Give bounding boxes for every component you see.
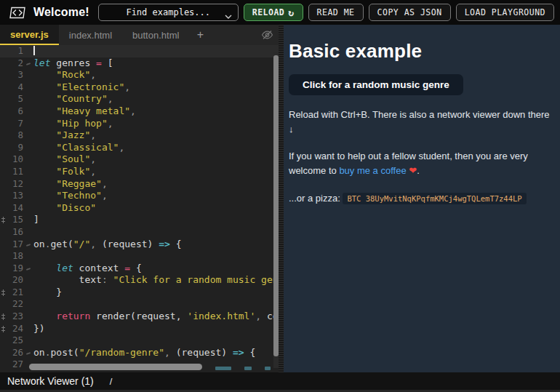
tab-button-html[interactable]: button.html [122, 25, 189, 45]
gutter-marker-slot [0, 335, 7, 347]
code-line[interactable]: 22 [0, 298, 279, 311]
code-line[interactable]: 1 [0, 45, 279, 57]
gutter-marker-icon [0, 311, 7, 323]
code-text: "Country", [33, 93, 113, 105]
line-number: 17 [7, 239, 23, 251]
fold-toggle-icon[interactable] [23, 347, 33, 359]
gutter-marker-slot [0, 178, 7, 191]
code-line[interactable]: 17on.get("/", (request) => { [0, 239, 279, 251]
code-line[interactable]: 25 [0, 335, 279, 347]
add-tab-button[interactable]: + [189, 25, 211, 45]
find-examples-select[interactable]: Find examples... [98, 4, 239, 21]
code-text: "Electronic", [33, 81, 130, 94]
fold-slot [23, 45, 33, 57]
code-line[interactable]: 24}) [0, 323, 279, 335]
code-line[interactable]: 15] [0, 214, 279, 226]
fold-slot [23, 226, 33, 239]
line-number: 7 [7, 118, 23, 130]
fold-slot [23, 105, 33, 118]
line-number: 8 [7, 129, 23, 142]
vertical-scrollbar-track[interactable] [273, 52, 279, 368]
code-text: text: "Click for a random music genre" [33, 274, 279, 287]
code-line[interactable]: 12 "Reggae", [0, 178, 279, 191]
code-brackets-icon [9, 6, 26, 20]
code-line[interactable]: 26on.post("/random-genre", (request) => … [0, 347, 279, 359]
gutter-marker-slot [0, 81, 7, 94]
code-line[interactable]: 20 text: "Click for a random music genre… [0, 274, 279, 287]
vertical-scrollbar-thumb[interactable] [273, 55, 279, 356]
fold-slot [23, 287, 33, 299]
network-viewer-bar[interactable]: Network Viewer (1) / [0, 372, 560, 392]
tab-index-html[interactable]: index.html [59, 25, 122, 45]
code-editor[interactable]: 12let genres = [3 "Rock",4 "Electronic",… [0, 45, 279, 372]
fold-toggle-icon[interactable] [23, 263, 33, 275]
code-line[interactable]: 13 "Techno", [0, 190, 279, 202]
load-playground-button[interactable]: LOAD PLAYGROUND [456, 4, 554, 21]
code-line[interactable]: 19 let context = { [0, 263, 279, 275]
code-line[interactable]: 5 "Country", [0, 93, 279, 105]
code-line[interactable]: 9 "Classical", [0, 142, 279, 154]
line-number: 10 [7, 153, 23, 166]
fold-slot [23, 129, 33, 142]
line-number: 25 [7, 335, 23, 347]
code-line[interactable]: 23 return render(request, 'index.html', … [0, 311, 279, 323]
code-line[interactable]: 8 "Jazz", [0, 129, 279, 142]
fold-slot [23, 93, 33, 105]
code-line[interactable]: 2let genres = [ [0, 57, 279, 70]
reload-button[interactable]: RELOAD ↻ [244, 4, 303, 21]
gutter-marker-slot [0, 190, 7, 202]
support-text: If you want to help out a fellow student… [289, 149, 553, 178]
code-text: "Reggae", [33, 178, 108, 191]
pane-resize-handle[interactable] [279, 25, 284, 372]
code-line[interactable]: 6 "Heavy metal", [0, 105, 279, 118]
fold-toggle-icon[interactable] [23, 57, 33, 70]
code-lines: 12let genres = [3 "Rock",4 "Electronic",… [0, 45, 279, 371]
line-number: 1 [7, 45, 23, 57]
preview-heading: Basic example [289, 40, 553, 63]
code-line[interactable]: 16 [0, 226, 279, 239]
fold-slot [23, 274, 33, 287]
gutter-marker-icon [0, 287, 7, 299]
line-number: 21 [7, 287, 23, 299]
line-number: 20 [7, 274, 23, 287]
random-genre-button[interactable]: Click for a random music genre [289, 74, 463, 95]
code-line[interactable]: 11 "Folk", [0, 166, 279, 178]
code-line[interactable]: 7 "Hip hop", [0, 118, 279, 130]
gutter-marker-slot [0, 263, 7, 275]
gutter-marker-slot [0, 347, 7, 359]
gutter-marker-slot [0, 129, 7, 142]
gutter-marker-slot [0, 153, 7, 166]
code-line[interactable]: 10 "Soul", [0, 153, 279, 166]
code-line[interactable]: 21 } [0, 287, 279, 299]
gutter-marker-slot [0, 57, 7, 70]
line-number: 26 [7, 347, 23, 359]
code-line[interactable]: 4 "Electronic", [0, 81, 279, 94]
read-me-button[interactable]: READ ME [308, 4, 364, 21]
line-number: 15 [7, 214, 23, 226]
line-number: 23 [7, 311, 23, 323]
network-request-path[interactable]: / [110, 376, 113, 387]
copy-as-json-button[interactable]: COPY AS JSON [369, 4, 451, 21]
code-text: let genres = [ [33, 57, 113, 70]
gutter-marker-slot [0, 298, 7, 311]
horizontal-scrollbar[interactable] [29, 364, 202, 370]
code-text: on.get("/", (request) => { [33, 239, 182, 251]
buy-me-a-coffee-link[interactable]: buy me a coffee [339, 165, 406, 176]
gutter-marker-slot [0, 274, 7, 287]
line-number: 9 [7, 142, 23, 154]
code-line[interactable]: 14 "Disco" [0, 202, 279, 215]
fold-toggle-icon[interactable] [23, 239, 33, 251]
gutter-marker-slot [0, 202, 7, 215]
code-line[interactable]: 18 [0, 250, 279, 263]
code-text: }) [33, 323, 45, 335]
code-text: "Rock", [33, 69, 96, 81]
code-line[interactable]: 3 "Rock", [0, 69, 279, 81]
tab-server-js[interactable]: server.js [0, 25, 59, 45]
network-viewer-label[interactable]: Network Viewer (1) [7, 375, 94, 387]
fold-slot [23, 250, 33, 263]
chevron-down-icon [225, 11, 232, 21]
gutter-marker-slot [0, 93, 7, 105]
code-text: "Jazz", [33, 129, 96, 142]
eye-off-icon[interactable] [261, 29, 273, 41]
app-title: Welcome! [33, 6, 89, 19]
